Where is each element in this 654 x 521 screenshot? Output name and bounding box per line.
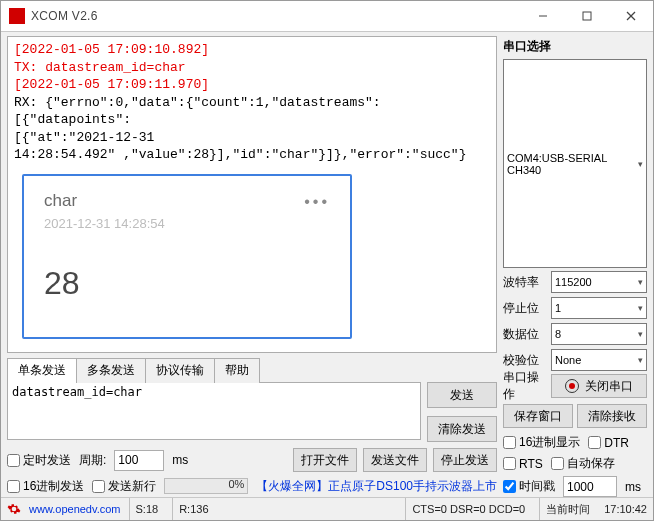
send-file-button[interactable]: 发送文件 [363,448,427,472]
log-line: [{"at":"2021-12-31 [14,129,490,147]
card-value: 28 [44,262,330,305]
log-line: [2022-01-05 17:09:10.892] [14,41,490,59]
send-progress: 0% [164,478,248,494]
log-line: RX: {"errno":0,"data":{"count":1,"datast… [14,94,490,129]
receive-terminal[interactable]: [2022-01-05 17:09:10.892] TX: datastream… [7,36,497,353]
card-title: char [44,190,77,213]
tab-protocol[interactable]: 协议传输 [145,358,215,383]
timestamp-checkbox[interactable]: 时间戳 [503,478,555,495]
card-timestamp: 2021-12-31 14:28:54 [44,215,330,233]
parity-select[interactable]: None▾ [551,349,647,371]
stop-send-button[interactable]: 停止发送 [433,448,497,472]
chevron-down-icon: ▾ [638,329,643,339]
serial-settings-panel: 串口选择 COM4:USB-SERIAL CH340▾ 波特率 115200▾ … [503,36,647,497]
tab-help[interactable]: 帮助 [214,358,260,383]
save-window-button[interactable]: 保存窗口 [503,404,573,428]
log-line: [2022-01-05 17:09:11.970] [14,76,490,94]
port-section-title: 串口选择 [503,38,647,55]
chevron-down-icon: ▾ [638,277,643,287]
app-window: XCOM V2.6 [2022-01-05 17:09:10.892] TX: … [0,0,654,521]
clear-send-button[interactable]: 清除发送 [427,416,497,442]
titlebar: XCOM V2.6 [1,1,653,32]
signal-status: CTS=0 DSR=0 DCD=0 [405,498,531,520]
send-newline-checkbox[interactable]: 发送新行 [92,478,156,495]
toggle-port-button[interactable]: 关闭串口 [551,374,647,398]
window-title: XCOM V2.6 [31,9,98,23]
parity-label: 校验位 [503,352,547,369]
chevron-down-icon: ▾ [638,303,643,313]
stopbit-select[interactable]: 1▾ [551,297,647,319]
left-pane: [2022-01-05 17:09:10.892] TX: datastream… [7,36,497,497]
port-status-icon [565,379,579,393]
gear-icon[interactable] [7,502,21,516]
timed-send-checkbox[interactable]: 定时发送 [7,452,71,469]
send-tabs: 单条发送 多条发送 协议传输 帮助 [7,358,497,382]
hex-send-checkbox[interactable]: 16进制发送 [7,478,84,495]
time-label: 当前时间 [539,498,596,520]
send-textarea[interactable]: datastream_id=char [7,382,421,440]
stopbit-label: 停止位 [503,300,547,317]
clear-receive-button[interactable]: 清除接收 [577,404,647,428]
timestamp-interval-input[interactable] [563,476,617,497]
svg-rect-1 [583,12,591,20]
baud-select[interactable]: 115200▾ [551,271,647,293]
databit-select[interactable]: 8▾ [551,323,647,345]
current-time: 17:10:42 [604,503,647,515]
app-logo-icon [9,8,25,24]
datastream-card: char ••• 2021-12-31 14:28:54 28 [22,174,352,339]
rts-checkbox[interactable]: RTS [503,457,543,471]
statusbar: www.openedv.com S:18 R:136 CTS=0 DSR=0 D… [1,497,653,520]
open-file-button[interactable]: 打开文件 [293,448,357,472]
period-input[interactable] [114,450,164,471]
maximize-button[interactable] [565,1,609,31]
chevron-down-icon: ▾ [638,355,643,365]
minimize-button[interactable] [521,1,565,31]
ms-unit: ms [625,480,641,494]
chevron-down-icon: ▾ [638,159,643,169]
vendor-link[interactable]: www.openedv.com [29,503,121,515]
close-button[interactable] [609,1,653,31]
port-select[interactable]: COM4:USB-SERIAL CH340▾ [503,59,647,268]
log-line: TX: datastream_id=char [14,59,490,77]
ad-link[interactable]: 【火爆全网】正点原子DS100手持示波器上市 [256,478,497,495]
baud-label: 波特率 [503,274,547,291]
hex-display-checkbox[interactable]: 16进制显示 [503,434,580,451]
tab-multi-send[interactable]: 多条发送 [76,358,146,383]
tab-single-send[interactable]: 单条发送 [7,358,77,383]
autosave-checkbox[interactable]: 自动保存 [551,455,615,472]
dtr-checkbox[interactable]: DTR [588,436,629,450]
progress-text: 0% [228,478,244,490]
recv-count: R:136 [172,498,214,520]
sent-count: S:18 [129,498,165,520]
log-line: 14:28:54.492" ,"value":28}],"id":"char"}… [14,146,490,164]
port-op-label: 串口操作 [503,369,547,403]
databit-label: 数据位 [503,326,547,343]
card-menu-icon[interactable]: ••• [304,191,330,213]
period-unit: ms [172,453,188,467]
period-label: 周期: [79,452,106,469]
send-text: datastream_id=char [12,385,142,399]
send-button[interactable]: 发送 [427,382,497,408]
